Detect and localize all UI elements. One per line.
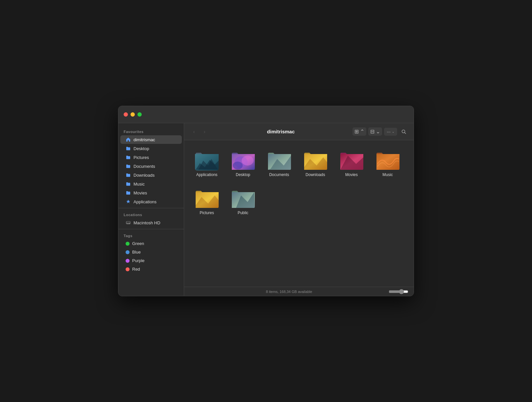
svg-point-11 [233, 162, 243, 169]
icon-view-toggle[interactable]: ⊞ ⌃ [352, 127, 366, 136]
folder-icon [126, 190, 131, 195]
sidebar-item-label: Documents [133, 164, 155, 169]
sidebar-item-label: Downloads [133, 173, 155, 178]
ellipsis-icon: ··· [387, 129, 391, 134]
chevron-icon: ⌃ [360, 128, 364, 135]
folder-item-downloads[interactable]: Downloads [301, 148, 330, 180]
svg-line-4 [405, 132, 406, 134]
folder-name: Documents [269, 172, 289, 177]
folder-item-applications[interactable]: Applications [192, 148, 222, 180]
sidebar-item-applications[interactable]: Applications [120, 197, 182, 206]
sidebar-item-desktop[interactable]: Desktop [120, 144, 182, 153]
folder-name: Downloads [305, 172, 325, 177]
search-button[interactable] [399, 127, 408, 136]
red-tag-dot [126, 267, 130, 271]
favourites-label: Favourites [118, 127, 184, 135]
sidebar-item-green[interactable]: Green [120, 239, 182, 248]
zoom-control [389, 289, 408, 294]
folder-item-documents[interactable]: Documents [264, 148, 294, 180]
sidebar-item-label: Macintosh HD [133, 220, 160, 225]
folder-item-desktop[interactable]: Desktop [228, 148, 258, 180]
applications-icon [126, 199, 131, 204]
sidebar-item-dimitrismac[interactable]: dimitrismac [120, 135, 182, 144]
drive-icon [126, 220, 131, 225]
home-icon [126, 137, 131, 142]
sidebar-item-label: Purple [132, 258, 145, 263]
sidebar-item-label: Green [132, 241, 144, 246]
sidebar-item-label: Blue [132, 250, 141, 255]
toolbar: ‹ › dimitrismac ⊞ ⌃ ⊟ ⌄ ··· ⌄ [184, 123, 414, 140]
folder-icon-desktop [231, 151, 255, 170]
divider [118, 208, 184, 208]
folder-item-music[interactable]: Music [373, 148, 402, 180]
sidebar-item-movies[interactable]: Movies [120, 189, 182, 197]
folder-item-public[interactable]: Public [228, 186, 258, 218]
sidebar-item-label: Applications [133, 199, 157, 204]
sidebar-item-label: Pictures [133, 155, 149, 160]
status-text: 8 items, 168,34 GB available [189, 290, 389, 294]
maximize-button[interactable] [137, 112, 142, 117]
forward-button[interactable]: › [200, 127, 209, 136]
folder-item-movies[interactable]: Movies [337, 148, 366, 180]
folder-icon [126, 181, 131, 187]
chevron-down-icon: ⌄ [392, 130, 395, 133]
sidebar-item-label: Music [133, 182, 145, 187]
columns-icon: ⊟ [370, 128, 375, 135]
column-view-toggle[interactable]: ⊟ ⌄ [368, 127, 382, 136]
window-title: dimitrismac [212, 129, 349, 134]
action-button[interactable]: ··· ⌄ [384, 128, 397, 136]
svg-point-10 [242, 156, 254, 166]
grid-icon: ⊞ [354, 128, 359, 135]
chevron-down-icon: ⌄ [376, 128, 380, 135]
folder-name: Public [238, 211, 249, 215]
nav-buttons: ‹ › [189, 127, 209, 136]
tags-label: Tags [118, 231, 184, 239]
minimize-button[interactable] [131, 112, 135, 117]
folder-icon [126, 155, 131, 160]
back-button[interactable]: ‹ [189, 127, 199, 136]
sidebar-item-label: dimitrismac [133, 137, 155, 142]
folder-icon-music [376, 151, 399, 170]
blue-tag-dot [126, 250, 130, 254]
green-tag-dot [126, 242, 130, 246]
sidebar-item-red[interactable]: Red [120, 265, 182, 273]
main-content: ‹ › dimitrismac ⊞ ⌃ ⊟ ⌄ ··· ⌄ [184, 123, 414, 296]
folder-name: Pictures [200, 211, 214, 215]
folder-icon-public [231, 189, 255, 209]
sidebar-item-macintosh-hd[interactable]: Macintosh HD [120, 218, 182, 227]
sidebar: Favourites dimitrismac Desktop [118, 123, 184, 296]
toolbar-controls: ⊞ ⌃ ⊟ ⌄ ··· ⌄ [352, 127, 408, 136]
sidebar-item-pictures[interactable]: Pictures [120, 153, 182, 162]
folder-name: Music [382, 172, 393, 177]
folder-icon [126, 172, 131, 178]
purple-tag-dot [126, 259, 130, 263]
folder-item-pictures[interactable]: Pictures [192, 186, 222, 218]
finder-window: Favourites dimitrismac Desktop [118, 106, 414, 296]
window-body: Favourites dimitrismac Desktop [118, 123, 414, 296]
sidebar-item-documents[interactable]: Documents [120, 162, 182, 170]
sidebar-item-blue[interactable]: Blue [120, 248, 182, 256]
folder-icon-applications [195, 151, 219, 170]
folder-icon-documents [267, 151, 291, 170]
status-bar: 8 items, 168,34 GB available [184, 287, 414, 296]
divider [118, 229, 184, 229]
folder-grid: Applications [192, 148, 406, 218]
sidebar-item-music[interactable]: Music [120, 180, 182, 188]
svg-rect-18 [376, 154, 399, 170]
content-area: Applications [184, 140, 414, 287]
folder-icon-pictures [195, 189, 219, 209]
sidebar-item-label: Red [132, 267, 140, 272]
folder-icon [126, 164, 131, 169]
titlebar [118, 106, 414, 123]
folder-icon-downloads [303, 151, 327, 170]
sidebar-item-purple[interactable]: Purple [120, 257, 182, 265]
svg-point-2 [129, 223, 130, 224]
sidebar-item-downloads[interactable]: Downloads [120, 171, 182, 179]
folder-icon [126, 146, 131, 151]
sidebar-item-label: Movies [133, 190, 147, 195]
traffic-lights [124, 112, 142, 117]
close-button[interactable] [124, 112, 128, 117]
folder-name: Desktop [236, 172, 250, 177]
zoom-slider[interactable] [389, 289, 408, 294]
folder-name: Movies [345, 172, 358, 177]
